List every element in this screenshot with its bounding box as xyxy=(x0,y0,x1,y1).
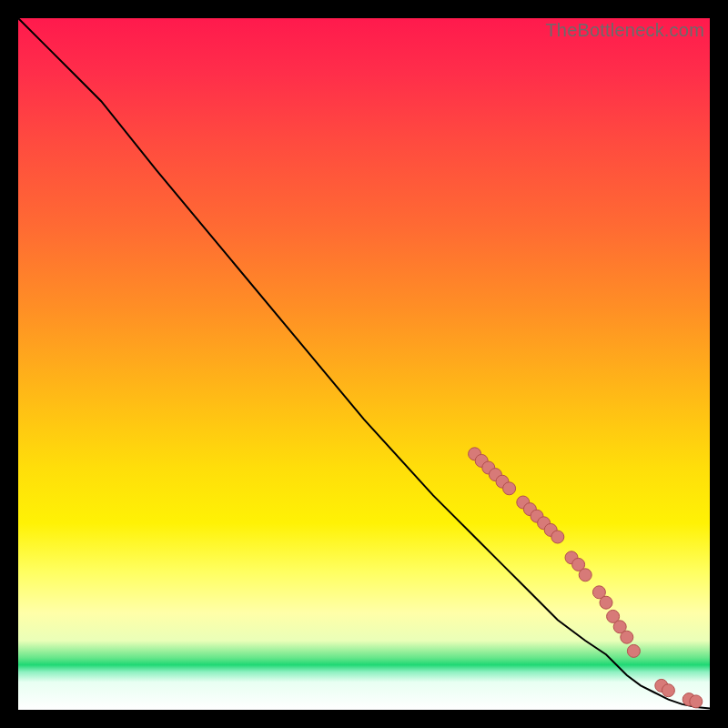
plot-area: TheBottleneck.com xyxy=(18,18,710,710)
marker-group xyxy=(469,448,703,708)
data-marker xyxy=(600,596,612,609)
data-marker xyxy=(627,644,640,657)
chart-svg xyxy=(18,18,710,710)
data-marker xyxy=(662,684,674,697)
chart-stage: TheBottleneck.com xyxy=(0,0,728,728)
data-marker xyxy=(551,531,564,543)
data-marker xyxy=(579,569,592,581)
data-marker xyxy=(503,482,516,495)
data-marker xyxy=(621,631,633,643)
data-marker xyxy=(690,695,703,708)
